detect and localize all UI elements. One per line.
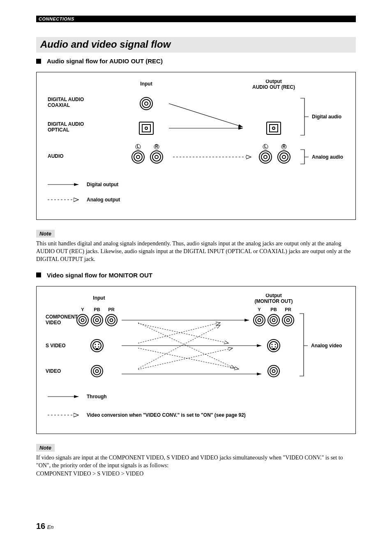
svg-line-30	[138, 323, 220, 343]
in-Y: Y	[81, 307, 84, 312]
bullet-icon	[36, 272, 41, 277]
svg-line-10	[169, 104, 243, 127]
audio-out-R: R	[282, 144, 286, 149]
out-digital-label: Digital audio	[312, 114, 341, 120]
svg-line-33	[138, 348, 233, 369]
svideo-in-icon	[91, 339, 103, 352]
audio-input-R-jack-icon	[150, 151, 163, 163]
audio-subhead: Audio signal flow for AUDIO OUT (REC)	[36, 58, 356, 65]
audio-out-L: L	[264, 144, 267, 149]
legend-digital: Digital output	[87, 182, 118, 187]
in-PR: PR	[108, 307, 114, 312]
section-header-label: CONNECTIONS	[39, 16, 74, 21]
video-subhead: Video signal flow for MONITOR OUT	[36, 272, 356, 279]
out-analog-video: Analog video	[311, 343, 342, 349]
page-title-bar: Audio and video signal flow	[36, 37, 356, 53]
page-number: 16	[36, 522, 45, 531]
component-in-Y-icon	[77, 314, 88, 326]
page-lang: En	[47, 524, 54, 530]
note2-text-l1: If video signals are input at the COMPON…	[36, 454, 356, 470]
audio-in-L: L	[137, 144, 139, 149]
svg-line-29	[138, 323, 228, 343]
out-PR: PR	[285, 307, 291, 312]
component-out-Y-icon	[254, 314, 265, 326]
row-component-l1: COMPONENT	[46, 314, 78, 320]
legend-analog: Analog output	[87, 197, 120, 203]
video-subhead-text: Video signal flow for MONITOR OUT	[47, 272, 152, 279]
audio-in-R: R	[155, 144, 158, 149]
bullet-icon	[36, 59, 41, 64]
audio-diagram: Input Output AUDIO OUT (REC) DIGITAL AUD…	[36, 72, 356, 220]
out-PB: PB	[270, 307, 277, 312]
audio-input-L-jack-icon	[132, 151, 144, 163]
page-footer: 16 En	[36, 522, 54, 531]
component-in-PB-icon	[91, 314, 103, 326]
audio-col-output-l1: Output	[265, 80, 281, 84]
row-audio: AUDIO	[48, 153, 64, 159]
component-out-PB-icon	[268, 314, 279, 326]
video-in-icon	[91, 365, 103, 377]
audio-col-output-l2: AUDIO OUT (REC)	[252, 84, 295, 90]
coax-input-jack-icon	[140, 97, 152, 110]
row-video: VIDEO	[46, 368, 61, 374]
audio-diagram-svg: Input Output AUDIO OUT (REC) DIGITAL AUD…	[46, 80, 346, 211]
row-coax-l2: COAXIAL	[48, 102, 70, 108]
video-col-output-l1: Output	[265, 294, 281, 298]
optical-input-jack-icon	[139, 122, 153, 134]
row-component-l2: VIDEO	[46, 320, 61, 325]
out-Y: Y	[258, 307, 261, 312]
optical-output-jack-icon	[267, 122, 281, 134]
svg-line-32	[138, 325, 220, 369]
audio-subhead-text: Audio signal flow for AUDIO OUT (REC)	[47, 58, 163, 65]
row-opt-l2: OPTICAL	[48, 127, 69, 133]
section-header: CONNECTIONS	[36, 16, 356, 22]
video-diagram-svg: Input Output (MONITOR OUT) COMPONENT VID…	[46, 294, 346, 425]
component-out-PR-icon	[282, 314, 294, 326]
svideo-out-icon	[267, 339, 280, 352]
note1-text: This unit handles digital and analog sig…	[36, 240, 356, 263]
note2-text-l2: COMPONENT VIDEO > S VIDEO > VIDEO	[36, 470, 356, 478]
video-col-input: Input	[93, 295, 105, 301]
legend-conv: Video conversion when "VIDEO CONV." is s…	[87, 412, 246, 418]
row-coax-l1: DIGITAL AUDIO	[48, 97, 84, 102]
video-diagram: Input Output (MONITOR OUT) COMPONENT VID…	[36, 286, 356, 434]
out-analog-label: Analog audio	[312, 154, 343, 160]
note1-label: Note	[36, 230, 55, 238]
video-out-icon	[268, 365, 279, 377]
component-in-PR-icon	[106, 314, 117, 326]
row-opt-l1: DIGITAL AUDIO	[48, 121, 84, 127]
legend-through: Through	[87, 394, 107, 399]
page-title: Audio and video signal flow	[40, 39, 352, 50]
row-svideo: S VIDEO	[46, 343, 66, 349]
audio-col-input: Input	[140, 81, 152, 87]
video-col-output-l2: (MONITOR OUT)	[254, 298, 293, 304]
note2-label: Note	[36, 444, 55, 452]
audio-output-L-jack-icon	[259, 151, 272, 163]
audio-output-R-jack-icon	[278, 151, 290, 163]
in-PB: PB	[94, 307, 100, 312]
